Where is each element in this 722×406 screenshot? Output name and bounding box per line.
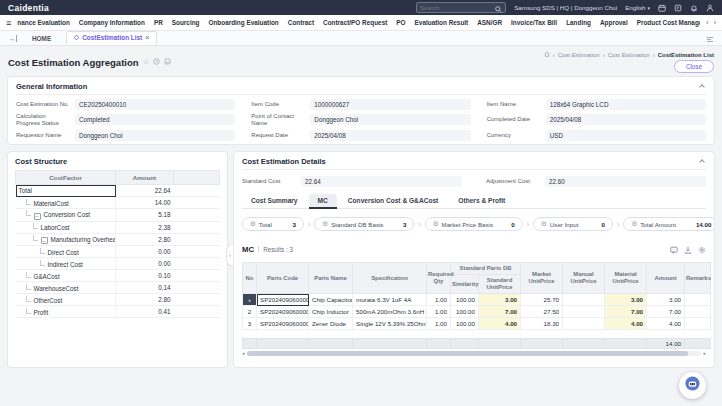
close-button[interactable]: Close [674,60,714,73]
nav-item-landing[interactable]: Landing [566,19,591,26]
cell-market-unitprice[interactable]: 27.50 [521,306,563,318]
mc-table-row[interactable]: 3SP2024090600008Zener DiodeSingle 12V 5.… [243,318,711,330]
scrollbar-thumb[interactable] [247,351,688,356]
cell-similarity[interactable]: 100.00 [451,318,479,330]
costfactor-cell[interactable]: WarehouseCost [16,282,116,294]
cost-structure-row[interactable]: Indirect Cost0.00 [16,258,220,270]
collapse-sidebar-icon[interactable]: → [8,35,17,42]
cell-no[interactable]: 2 [243,306,257,318]
cost-structure-row[interactable]: WarehouseCost0.14 [16,282,220,294]
cost-structure-row[interactable]: OtherCost2.80 [16,294,220,306]
amount-cell[interactable]: 0.41 [116,306,174,318]
cell-parts-name[interactable]: Chip Inductor [309,306,353,318]
grid-settings-gear-icon[interactable] [698,240,706,258]
close-tab-icon[interactable]: × [145,34,149,41]
tab-list-icon[interactable] [706,29,714,47]
cell-manual-unitprice[interactable] [563,318,605,330]
cell-required-qty[interactable]: 1.00 [427,294,451,306]
cell-parts-name[interactable]: Chip Capacitor [309,294,353,306]
amount-cell[interactable]: 0.00 [116,258,174,270]
search-icon[interactable] [495,0,502,17]
cell-required-qty[interactable]: 1.00 [427,318,451,330]
cost-structure-row[interactable]: Direct Cost0.00 [16,246,220,258]
cost-structure-row[interactable]: MaterialCost14.00 [16,197,220,209]
costfactor-cell[interactable]: Direct Cost [16,246,116,258]
recent-history-icon[interactable] [153,58,160,67]
collapse-section-icon[interactable] [699,159,705,165]
nav-item-sourcing[interactable]: Sourcing [172,19,200,26]
costfactor-cell[interactable]: G&ACost [16,270,116,282]
cell-market-unitprice[interactable]: 18.30 [521,318,563,330]
cell-remarks[interactable] [685,294,711,306]
column-header-specification[interactable]: Specification [353,263,427,294]
cell-material-unitprice[interactable]: 4.00 [605,318,647,330]
cell-amount[interactable]: 7.00 [647,306,685,318]
nav-item-po[interactable]: PO [396,19,405,26]
costfactor-cell[interactable]: Profit [16,306,116,318]
costfactor-cell[interactable]: Total [16,185,116,197]
cell-remarks[interactable] [685,318,711,330]
tab-costestimation-list[interactable]: CostEstimation List × [66,31,157,45]
costfactor-cell[interactable]: −Conversion Cost [16,209,116,222]
cell-manual-unitprice[interactable] [563,294,605,306]
cost-structure-row[interactable]: G&ACost0.10 [16,270,220,282]
column-header-required-qty[interactable]: Required Qty [427,263,451,294]
nav-item-company-information[interactable]: Company Information [79,19,145,26]
cost-structure-row[interactable]: Profit0.41 [16,306,220,318]
cell-remarks[interactable] [685,306,711,318]
column-header-remarks[interactable]: Remarks [685,263,711,294]
amount-cell[interactable]: 0.00 [116,246,174,258]
cost-structure-row[interactable]: LaborCost2.38 [16,221,220,233]
chatbot-button[interactable] [679,372,706,399]
tab-others-profit[interactable]: Others & Profit [449,194,514,208]
nav-item-pr[interactable]: PR [154,19,163,26]
cell-manual-unitprice[interactable] [563,306,605,318]
costfactor-cell[interactable]: LaborCost [16,221,116,233]
cell-parts-code[interactable]: SP2024090600004 [257,294,309,306]
cell-required-qty[interactable]: 1.00 [427,306,451,318]
cell-amount[interactable]: 4.00 [647,318,685,330]
cell-specification[interactable]: 500mA 200mOhm 3.6nH [353,306,427,318]
nav-item-onboarding-evaluation[interactable]: Onboarding Evaluation [208,19,278,26]
scroll-left-icon[interactable]: ◂ [242,351,245,356]
mc-table-row[interactable]: ›SP2024090600004Chip Capacitormurata 6.3… [243,294,711,306]
calendar-icon[interactable] [658,4,666,12]
search-input[interactable] [420,5,495,11]
nav-item-contract[interactable]: Contract [288,19,314,26]
summary-pill-total[interactable]: ⚙Total3 [242,217,304,231]
cell-no[interactable]: 3 [243,318,257,330]
cell-specification[interactable]: murata 6.3V 1uF 4A [353,294,427,306]
cell-similarity[interactable]: 100.00 [451,294,479,306]
cell-amount[interactable]: 3.00 [647,294,685,306]
nav-next-icon[interactable]: › [714,19,716,26]
notification-bell-icon[interactable] [690,4,698,12]
column-header-similarity[interactable]: Similarity [451,275,479,294]
nav-item-evaluation-result[interactable]: Evaluation Result [415,19,469,26]
mc-table-row[interactable]: 2SP2024090600005Chip Inductor500mA 200mO… [243,306,711,318]
tab-home[interactable]: HOME [23,32,60,45]
cell-material-unitprice[interactable]: 3.00 [605,294,647,306]
memo-icon[interactable] [674,4,682,12]
amount-cell[interactable]: 2.80 [116,294,174,306]
profile-icon[interactable] [706,4,714,12]
cell-parts-name[interactable]: Zener Diode [309,318,353,330]
cell-parts-code[interactable]: SP2024090600005 [257,306,309,318]
hamburger-icon[interactable]: ≡ [6,18,11,28]
nav-item-product-cost-management[interactable]: Product Cost Management [637,19,701,26]
costfactor-cell[interactable]: OtherCost [16,294,116,306]
cell-material-unitprice[interactable]: 7.00 [605,306,647,318]
nav-item-contract-po-request[interactable]: Contract/PO Request [323,19,387,26]
column-header-material-unitprice[interactable]: Material UnitPrice [605,263,647,294]
app-logo[interactable]: Caidentia [8,3,49,13]
scroll-right-icon[interactable]: ▸ [703,351,706,356]
cell-standard-unitprice[interactable]: 3.00 [479,294,521,306]
tab-cost-summary[interactable]: Cost Summary [242,194,307,208]
tab-mc[interactable]: MC [309,194,337,208]
feedback-icon[interactable] [670,240,678,258]
column-header-amount[interactable]: Amount [116,171,174,185]
summary-pill-market-price-basis[interactable]: ⚙Market Price Basis0 [425,217,523,231]
collapse-section-icon[interactable] [699,84,705,90]
download-icon[interactable] [684,240,692,258]
cell-parts-code[interactable]: SP2024090600008 [257,318,309,330]
tree-collapse-icon[interactable]: − [34,213,41,220]
